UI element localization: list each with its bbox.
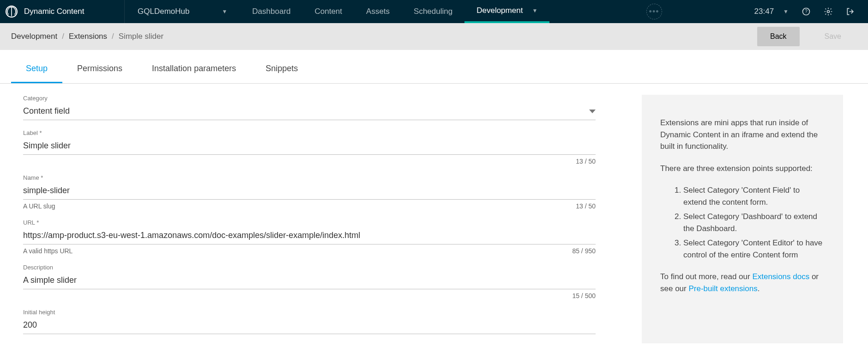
help-li2: Select Category 'Dashboard' to extend th… <box>683 211 825 234</box>
label-label: Label * <box>23 129 596 136</box>
nav-tab-development[interactable]: Development ▼ <box>464 0 549 23</box>
tab-installation-parameters[interactable]: Installation parameters <box>137 55 251 83</box>
category-value: Content field <box>23 106 70 116</box>
prebuilt-extensions-link[interactable]: Pre-built extensions <box>688 284 757 293</box>
brand-block: Dynamic Content <box>0 0 125 23</box>
svg-point-3 <box>827 11 830 13</box>
height-input[interactable] <box>23 316 596 334</box>
field-description: Description 15 / 500 <box>23 264 596 299</box>
nav-tabs: Dashboard Content Assets Scheduling Deve… <box>240 0 549 23</box>
inner-tabs: Setup Permissions Installation parameter… <box>0 55 868 84</box>
nav-tab-scheduling[interactable]: Scheduling <box>402 0 464 23</box>
hub-name: GQLDemoHub <box>138 7 189 16</box>
field-height: Initial height <box>23 309 596 334</box>
help-li1: Select Category 'Content Field' to exten… <box>683 184 825 208</box>
url-label: URL * <box>23 219 596 226</box>
hub-selector[interactable]: GQLDemoHub ▼ <box>125 7 240 16</box>
time-label: 23:47 <box>754 7 774 16</box>
dots-icon: ••• <box>649 7 659 17</box>
description-input[interactable] <box>23 271 596 289</box>
top-navigation: Dynamic Content GQLDemoHub ▼ Dashboard C… <box>0 0 868 23</box>
svg-text:?: ? <box>805 9 808 14</box>
action-buttons: Back Save <box>757 27 857 46</box>
brand-label: Dynamic Content <box>24 7 84 16</box>
nav-tab-content[interactable]: Content <box>303 0 355 23</box>
height-label: Initial height <box>23 309 596 316</box>
form-column: Category Content field Label * 13 / 50 N… <box>23 95 596 343</box>
url-counter: 85 / 950 <box>572 247 596 255</box>
category-select[interactable]: Content field <box>23 102 596 120</box>
breadcrumb-current: Simple slider <box>119 32 163 41</box>
breadcrumb: Development / Extensions / Simple slider <box>11 32 163 41</box>
label-input[interactable] <box>23 136 596 155</box>
gear-icon[interactable] <box>824 7 833 16</box>
description-counter: 15 / 500 <box>572 292 596 299</box>
field-name: Name * A URL slug 13 / 50 <box>23 174 596 210</box>
name-helper: A URL slug <box>23 202 55 210</box>
help-li3: Select Category 'Content Editor' to have… <box>683 237 825 261</box>
field-category: Category Content field <box>23 95 596 120</box>
name-label: Name * <box>23 174 596 181</box>
url-helper: A valid https URL <box>23 247 72 255</box>
right-cluster: 23:47 ▼ ? <box>754 7 868 16</box>
breadcrumb-extensions[interactable]: Extensions <box>69 32 107 41</box>
back-button[interactable]: Back <box>757 27 800 46</box>
time-selector[interactable]: 23:47 ▼ <box>754 7 789 16</box>
help-panel: Extensions are mini apps that run inside… <box>642 95 843 343</box>
description-label: Description <box>23 264 596 271</box>
field-url: URL * A valid https URL 85 / 950 <box>23 219 596 255</box>
tab-setup[interactable]: Setup <box>11 55 62 83</box>
logout-icon[interactable] <box>846 7 855 16</box>
field-label-block: Label * 13 / 50 <box>23 129 596 165</box>
category-label: Category <box>23 95 596 102</box>
name-counter: 13 / 50 <box>576 202 596 210</box>
chevron-down-icon: ▼ <box>783 8 789 15</box>
nav-tab-dashboard[interactable]: Dashboard <box>240 0 302 23</box>
nav-tab-assets[interactable]: Assets <box>354 0 402 23</box>
tab-snippets[interactable]: Snippets <box>251 55 313 83</box>
url-input[interactable] <box>23 226 596 244</box>
chevron-down-icon: ▼ <box>532 7 537 14</box>
tab-permissions[interactable]: Permissions <box>62 55 137 83</box>
brand-icon <box>6 6 18 18</box>
help-p3a: To find out more, read our <box>660 272 752 281</box>
help-list: Select Category 'Content Field' to exten… <box>660 184 825 261</box>
triangle-down-icon <box>589 110 596 113</box>
help-p1: Extensions are mini apps that run inside… <box>660 117 825 153</box>
content-area: Category Content field Label * 13 / 50 N… <box>0 84 868 343</box>
help-p3: To find out more, read our Extensions do… <box>660 271 825 294</box>
name-input[interactable] <box>23 181 596 200</box>
help-icon[interactable]: ? <box>802 7 811 16</box>
help-p2: There are three extension points support… <box>660 163 825 175</box>
notifications-bubble[interactable]: ••• <box>646 4 662 19</box>
help-p3c: . <box>758 284 760 293</box>
extensions-docs-link[interactable]: Extensions docs <box>752 272 809 281</box>
label-counter: 13 / 50 <box>576 158 596 165</box>
chevron-down-icon: ▼ <box>222 8 227 15</box>
breadcrumb-sep: / <box>112 32 114 41</box>
nav-tab-development-label: Development <box>476 6 523 15</box>
subheader: Development / Extensions / Simple slider… <box>0 23 868 50</box>
breadcrumb-development[interactable]: Development <box>11 32 57 41</box>
save-button: Save <box>809 27 857 46</box>
breadcrumb-sep: / <box>62 32 64 41</box>
